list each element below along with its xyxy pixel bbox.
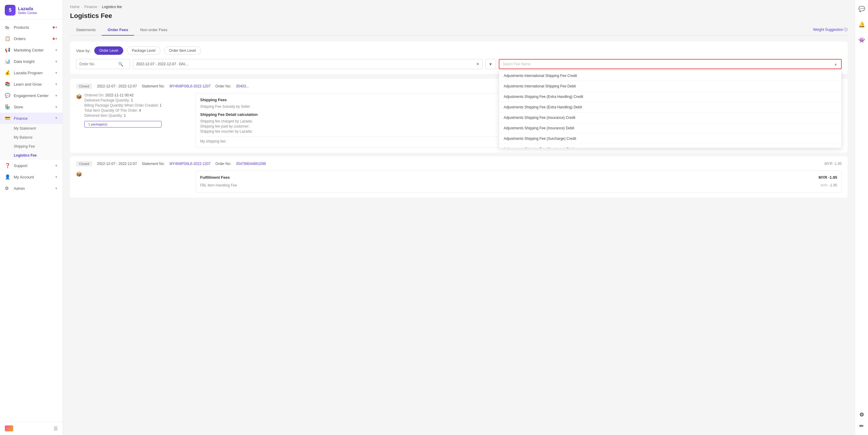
order-amount-1: MYR -1.95 <box>825 162 842 166</box>
search-icon[interactable]: 🔍 <box>118 62 123 66</box>
sidebar-item-orders[interactable]: 📋 Orders ▼ <box>0 33 63 44</box>
ordered-on-0: Ordered On: 2022-11-11 00:42 <box>84 93 162 97</box>
packages-btn-0[interactable]: 1 package(s) <box>84 121 162 127</box>
fee-detail-label-0-0: Shipping fee charged by Lazada: <box>200 119 252 123</box>
learn-chevron: ▼ <box>55 83 58 86</box>
statement-no-1[interactable]: MY4N9PS6L6-2022-1207 <box>169 162 210 166</box>
view-package-level[interactable]: Package Level <box>127 47 161 55</box>
chevron-down-icon: ▼ <box>489 62 493 66</box>
bell-icon-btn[interactable]: 🔔 <box>856 19 867 30</box>
fee-option-1[interactable]: Adjustments International Shipping Fee D… <box>499 81 842 92</box>
edit-icon-btn[interactable]: ✏ <box>856 420 867 431</box>
delivered-pkg-value-0: 1 <box>131 98 133 103</box>
fee-option-0[interactable]: Adjustments International Shipping Fee C… <box>499 71 842 81</box>
alien-icon: 👾 <box>859 37 865 44</box>
order-amount-value-1: -1.95 <box>834 162 842 166</box>
breadcrumb-sep1: › <box>82 5 83 9</box>
sidebar-sub-shipping-fee[interactable]: Shipping Fee <box>0 142 63 151</box>
statement-no-0[interactable]: MY4N9PS6L6-2022-1207 <box>169 84 210 88</box>
store-label: Store <box>14 105 55 109</box>
order-meta-row-0: 📦 Ordered On: 2022-11-11 00:42 Delivered… <box>76 93 190 127</box>
order-meta-row-1: 📦 <box>76 171 190 177</box>
sidebar-item-marketing[interactable]: 📢 Marketing Center ▼ <box>0 44 63 56</box>
products-dot <box>53 26 55 28</box>
weight-suggestion-link[interactable]: Weight Suggestion ⓘ <box>813 27 848 32</box>
learn-icon: 📚 <box>5 81 11 87</box>
sidebar-sub-logistics-fee[interactable]: Logistics Fee <box>0 151 63 160</box>
filter-area: View by: Order Level Package Level Order… <box>70 41 848 74</box>
date-filter[interactable]: 2022-12-07 - 2022-12-07 · DAI... ✕ <box>133 59 483 69</box>
view-by-row: View by: Order Level Package Level Order… <box>76 47 842 55</box>
sidebar-item-learn[interactable]: 📚 Learn and Grow ▼ <box>0 79 63 90</box>
products-chevron: ▼ <box>55 26 58 29</box>
account-icon: 👤 <box>5 174 11 180</box>
statement-label-1: Statement No: <box>142 162 165 166</box>
account-chevron: ▼ <box>55 175 58 179</box>
date-filter-clear[interactable]: ✕ <box>476 62 479 66</box>
view-order-item-level[interactable]: Order Item Level <box>164 47 201 55</box>
store-icon: 🏪 <box>5 104 11 110</box>
fbl-fee-label: FBL Item Handling Fee <box>200 183 237 187</box>
fee-option-4[interactable]: Adjustments Shipping Fee (Insurance) Cre… <box>499 113 842 123</box>
brand-name: Lazada <box>18 6 37 11</box>
tabs-container: Statements Order Fees Non-order Fees Wei… <box>70 25 848 36</box>
sidebar-item-lazada-program[interactable]: 💰 Lazada Program ▼ <box>0 67 63 79</box>
sidebar-item-products[interactable]: 🛍 Products ▼ <box>0 22 63 33</box>
data-icon: 📊 <box>5 59 11 64</box>
gear-icon-btn[interactable]: ⚙ <box>856 409 867 420</box>
search-input[interactable] <box>79 62 118 66</box>
sidebar-item-support[interactable]: ❓ Support ▼ <box>0 160 63 171</box>
sidebar-sub-my-statement[interactable]: My Statement <box>0 124 63 133</box>
order-no-1[interactable]: 354788044861098 <box>236 162 266 166</box>
support-label: Support <box>14 164 55 168</box>
fee-option-7[interactable]: Adjustments Shipping Fee (Surcharge) Deb… <box>499 144 842 148</box>
date-filter-value: 2022-12-07 - 2022-12-07 · DAI... <box>136 62 188 66</box>
store-chevron: ▼ <box>55 106 58 109</box>
tab-order-fees[interactable]: Order Fees <box>102 25 134 36</box>
engagement-icon: 💬 <box>5 93 11 98</box>
fee-option-2[interactable]: Adjustments Shipping Fee (Extra Handling… <box>499 92 842 102</box>
dropdown-chevron-btn[interactable]: ▼ <box>486 59 496 69</box>
sidebar-item-my-account[interactable]: 👤 My Account ▼ <box>0 171 63 183</box>
fee-name-select: Select Fee Name ▲ Adjustments Internatio… <box>499 59 842 69</box>
sidebar-item-data[interactable]: 📊 Data Insight ▼ <box>0 56 63 67</box>
sidebar-item-finance[interactable]: 💳 Finance ▲ <box>0 113 63 124</box>
order-right-1: Fulfillment Fees MYR -1.95 FBL Item Hand… <box>196 171 842 193</box>
data-label: Data Insight <box>14 59 55 64</box>
fee-option-5[interactable]: Adjustments Shipping Fee (Insurance) Deb… <box>499 123 842 134</box>
orders-icon: 📋 <box>5 36 11 41</box>
learn-label: Learn and Grow <box>14 82 55 87</box>
order-date-1: 2022-12-07 - 2022-12-07 <box>97 162 137 166</box>
total-item-value-0: 4 <box>139 108 141 113</box>
breadcrumb-finance[interactable]: Finance <box>84 5 97 9</box>
view-order-level[interactable]: Order Level <box>94 47 123 55</box>
fee-option-6[interactable]: Adjustments Shipping Fee (Surcharge) Cre… <box>499 134 842 144</box>
menu-icon[interactable]: ☰ <box>54 426 58 431</box>
alien-icon-btn[interactable]: 👾 <box>856 35 867 46</box>
fee-option-3[interactable]: Adjustments Shipping Fee (Extra Handling… <box>499 102 842 113</box>
fee-name-trigger[interactable]: Select Fee Name ▲ <box>499 59 842 69</box>
breadcrumb-home[interactable]: Home <box>70 5 80 9</box>
sidebar-item-store[interactable]: 🏪 Store ▼ <box>0 101 63 113</box>
admin-chevron: ▼ <box>55 187 58 190</box>
order-no-0[interactable]: 35403... <box>236 84 249 88</box>
breadcrumb-sep2: › <box>99 5 100 9</box>
delivered-item-0: Delivered Item Quantity: 1 <box>84 113 162 118</box>
tab-statements[interactable]: Statements <box>70 25 102 36</box>
order-label-0: Order No: <box>215 84 231 88</box>
delivered-item-value-0: 1 <box>124 113 126 118</box>
sidebar-item-engagement[interactable]: 💬 Engagement Center ▼ <box>0 90 63 101</box>
search-input-wrap[interactable]: 🔍 <box>76 59 130 69</box>
sidebar-sub-my-balance[interactable]: My Balance <box>0 133 63 142</box>
orders-dot <box>53 38 55 40</box>
fee-detail-label-0-1: Shipping fee paid by customer: <box>200 124 250 128</box>
chat-icon-btn[interactable]: 💬 <box>856 4 867 14</box>
products-label: Products <box>14 25 52 30</box>
sidebar-item-admin[interactable]: ⚙ Admin ▼ <box>0 183 63 194</box>
tab-non-order-fees[interactable]: Non-order Fees <box>134 25 173 36</box>
package-icon-1: 📦 <box>76 171 82 177</box>
package-icon-0: 📦 <box>76 94 82 99</box>
support-icon: ❓ <box>5 163 11 168</box>
breadcrumb: Home › Finance › Logistics fee <box>70 5 848 9</box>
support-chevron: ▼ <box>55 164 58 167</box>
